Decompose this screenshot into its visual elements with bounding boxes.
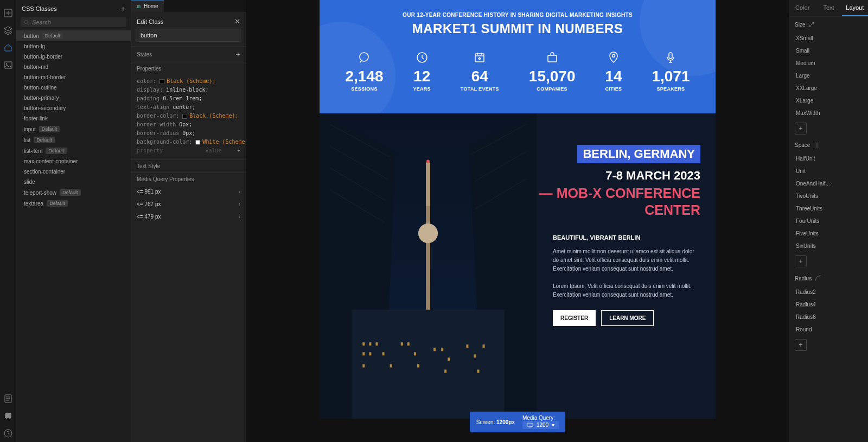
size-token[interactable]: Medium [789,57,868,69]
mq-value: 1200 [537,422,548,428]
space-token[interactable]: ThreeUnits [789,202,868,215]
radius-icon [815,275,821,281]
default-tag: Default [47,200,68,207]
property-row[interactable]: color:Black (Scheme); [137,77,240,86]
stat-number: 64 [461,68,499,85]
search-box[interactable] [21,17,126,27]
pages-icon[interactable] [3,42,14,53]
tab-label: Home [144,3,158,9]
rp-tab-text[interactable]: Text [815,0,841,16]
close-icon[interactable]: ✕ [234,17,240,25]
size-token[interactable]: Small [789,44,868,57]
radius-token[interactable]: Round [789,323,868,336]
size-token[interactable]: Large [789,69,868,82]
space-token[interactable]: HalfUnit [789,152,868,165]
svg-rect-28 [414,352,416,355]
class-item[interactable]: inputDefault [16,124,131,134]
add-state-button[interactable]: + [236,50,240,59]
add-class-button[interactable]: + [121,4,125,13]
space-token[interactable]: Unit [789,165,868,177]
add-radius-button[interactable]: + [795,339,807,351]
property-row[interactable]: border-radius0px; [137,129,240,138]
chevron-down-icon: ▾ [552,422,554,428]
left-icon-rail [0,0,16,442]
layers-icon[interactable] [3,25,14,36]
space-token[interactable]: TwoUnits [789,190,868,202]
space-header: Space [795,142,810,148]
stat-number: 15,070 [529,68,576,85]
radius-token[interactable]: Radius4 [789,298,868,311]
color-swatch [195,140,200,145]
rp-tab-layout[interactable]: Layout [842,0,868,16]
svg-rect-47 [527,423,533,426]
class-item[interactable]: button-outline [16,82,131,93]
radius-token[interactable]: Radius2 [789,286,868,298]
svg-rect-29 [433,348,436,351]
stat-item: 1,071SPEAKERS [652,50,690,92]
space-token[interactable]: FourUnits [789,215,868,227]
add-space-button[interactable]: + [795,255,807,267]
add-property-button[interactable]: + [237,146,240,155]
add-component-icon[interactable] [3,8,14,18]
class-item[interactable]: button-primary [16,93,131,103]
class-item[interactable]: list-itemDefault [16,145,131,156]
class-item[interactable]: textareaDefault [16,198,131,209]
discord-icon[interactable] [3,411,14,421]
size-token[interactable]: XXLarge [789,82,868,94]
expand-icon[interactable] [808,21,815,28]
class-item[interactable]: button-secondary [16,103,131,113]
hero-date: 7-8 MARCH 2023 [537,169,700,183]
svg-rect-30 [441,348,443,351]
class-name-input[interactable] [136,29,241,42]
space-token[interactable]: SixUnits [789,240,868,252]
class-item[interactable]: buttonDefault [16,30,131,41]
size-token[interactable]: XSmall [789,32,868,44]
stat-label: YEARS [413,86,431,92]
mq-selector[interactable]: 1200 ▾ [522,421,559,429]
size-token[interactable]: MaxWidth [789,107,868,119]
screen-size-bar[interactable]: Screen: 1200px Media Query: 1200 ▾ [470,412,565,432]
hero-venue: — MOB-X CONFERENCE CENTER [537,185,700,219]
stat-label: COMPANIES [529,86,576,92]
class-item[interactable]: teleport-showDefault [16,187,131,198]
property-empty-row[interactable]: property value+ [137,146,240,155]
media-query-item[interactable]: <= 767 px‹ [131,198,246,210]
radius-token[interactable]: Radius8 [789,311,868,323]
property-row[interactable]: display:inline-block; [137,86,240,94]
eyebrow-text: OUR 12-YEAR CONFERENCE HISTORY IN SHARIN… [330,12,705,18]
svg-rect-31 [448,357,450,361]
tab-home[interactable]: 🗎 Home [131,0,164,12]
class-item[interactable]: slide [16,177,131,187]
docs-icon[interactable] [3,393,14,404]
class-item[interactable]: listDefault [16,134,131,145]
rp-tab-color[interactable]: Color [789,0,815,16]
image-icon[interactable] [3,60,14,71]
property-row[interactable]: border-color:Black (Scheme); [137,112,240,120]
property-row[interactable]: padding0.5rem 1rem; [137,94,240,103]
help-icon[interactable] [3,428,14,439]
register-button[interactable]: REGISTER [553,310,596,326]
class-item[interactable]: button-md [16,62,131,72]
space-token[interactable]: FiveUnits [789,227,868,240]
property-row[interactable]: border-width0px; [137,120,240,129]
stat-item: 12YEARS [413,50,431,92]
media-query-item[interactable]: <= 991 px‹ [131,185,246,198]
class-item[interactable]: button-md-border [16,72,131,82]
svg-rect-17 [426,162,430,206]
class-item[interactable]: section-container [16,166,131,177]
class-list: buttonDefaultbutton-lgbutton-lg-borderbu… [16,30,131,442]
media-query-item[interactable]: <= 479 px‹ [131,210,246,223]
class-item[interactable]: button-lg-border [16,52,131,62]
property-row[interactable]: background-color:White (Scheme); [137,138,240,146]
stat-icon [345,50,383,65]
class-item[interactable]: button-lg [16,41,131,52]
add-size-button[interactable]: + [795,123,807,134]
learn-more-button[interactable]: LEARN MORE [601,310,654,326]
property-row[interactable]: text-aligncenter; [137,103,240,112]
space-token[interactable]: OneAndHalf... [789,177,868,190]
class-item[interactable]: footer-link [16,113,131,124]
default-tag: Default [60,189,81,196]
size-token[interactable]: XLarge [789,94,868,107]
search-input[interactable] [32,19,123,25]
class-item[interactable]: max-content-container [16,156,131,166]
